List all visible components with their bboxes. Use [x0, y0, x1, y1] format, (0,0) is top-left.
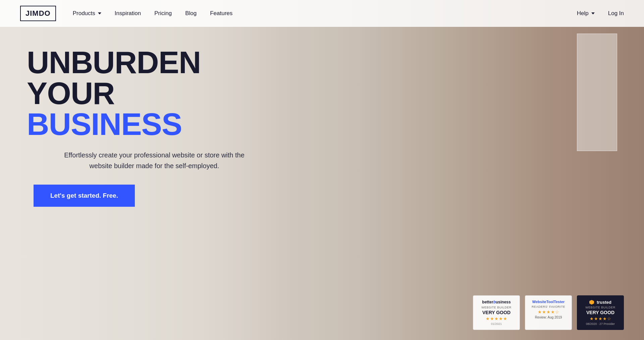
- login-link[interactable]: Log In: [608, 10, 624, 17]
- blog-link[interactable]: Blog: [185, 10, 197, 17]
- login-label: Log In: [608, 10, 624, 16]
- badge-trusted-brand: trusted: [597, 300, 611, 305]
- badge-wtt-brand: WebsiteToolTester: [530, 300, 567, 304]
- pricing-label: Pricing: [154, 10, 172, 17]
- badge-bb-rating: VERY GOOD: [478, 310, 515, 315]
- help-link[interactable]: Help: [577, 10, 595, 17]
- cta-button[interactable]: Let's get started. Free.: [34, 185, 135, 207]
- features-label: Features: [210, 10, 232, 17]
- products-link[interactable]: Products: [73, 10, 101, 17]
- main-nav: JIMDO Products Inspiration Pricing: [0, 0, 644, 27]
- badge-website-tool-tester: WebsiteToolTester READERS' FAVORITE ★★★★…: [525, 295, 572, 330]
- bg-window-element: [577, 34, 617, 151]
- inspiration-label: Inspiration: [115, 10, 141, 17]
- badge-trusted-rating: VERY GOOD: [582, 310, 619, 315]
- badge-trusted-date: 08/2020 · 27 Provider: [582, 322, 619, 326]
- badge-wtt-stars: ★★★★☆: [530, 309, 567, 314]
- badge-trusted-stars: ★★★★☆: [582, 316, 619, 321]
- pricing-link[interactable]: Pricing: [154, 10, 172, 17]
- badge-bb-category: WEBSITE BUILDER: [478, 306, 515, 309]
- badge-bb-brand: betterbusiness: [478, 300, 515, 304]
- badge-wtt-category: READERS' FAVORITE: [530, 305, 567, 308]
- logo[interactable]: JIMDO: [20, 6, 56, 21]
- help-label: Help: [577, 10, 589, 17]
- nav-links: Products Inspiration Pricing Blog: [73, 10, 233, 17]
- badge-bb-date: 01/2021: [478, 322, 515, 326]
- nav-item-products[interactable]: Products: [73, 10, 101, 17]
- nav-left: JIMDO Products Inspiration Pricing: [20, 6, 232, 21]
- badge-trusted-header: trusted: [582, 300, 619, 305]
- nav-item-blog[interactable]: Blog: [185, 10, 197, 17]
- help-dropdown-icon: [591, 12, 595, 14]
- headline-line2: BUSINESS: [27, 109, 282, 140]
- hero-headline: UNBURDEN YOUR BUSINESS: [27, 47, 282, 140]
- headline-line1: UNBURDEN YOUR: [27, 47, 282, 109]
- hero-subtitle: Effortlessly create your professional we…: [60, 150, 248, 171]
- nav-item-pricing[interactable]: Pricing: [154, 10, 172, 17]
- badge-better-business: betterbusiness WEBSITE BUILDER VERY GOOD…: [473, 295, 520, 330]
- badge-trusted-category: WEBSITE BUILDER: [582, 306, 619, 309]
- hero-content: UNBURDEN YOUR BUSINESS Effortlessly crea…: [27, 47, 282, 207]
- badge-bb-stars: ★★★★★: [478, 316, 515, 321]
- features-link[interactable]: Features: [210, 10, 232, 17]
- badge-wtt-date: Review: Aug 2019: [530, 315, 567, 319]
- trust-badges: betterbusiness WEBSITE BUILDER VERY GOOD…: [473, 295, 624, 330]
- nav-item-features[interactable]: Features: [210, 10, 232, 17]
- nav-item-inspiration[interactable]: Inspiration: [115, 10, 141, 17]
- products-label: Products: [73, 10, 95, 17]
- inspiration-link[interactable]: Inspiration: [115, 10, 141, 17]
- products-dropdown-icon: [98, 12, 101, 14]
- badge-trusted: trusted WEBSITE BUILDER VERY GOOD ★★★★☆ …: [577, 295, 624, 330]
- trusted-shield-icon: [589, 300, 594, 305]
- nav-right: Help Log In: [577, 10, 624, 17]
- blog-label: Blog: [185, 10, 197, 17]
